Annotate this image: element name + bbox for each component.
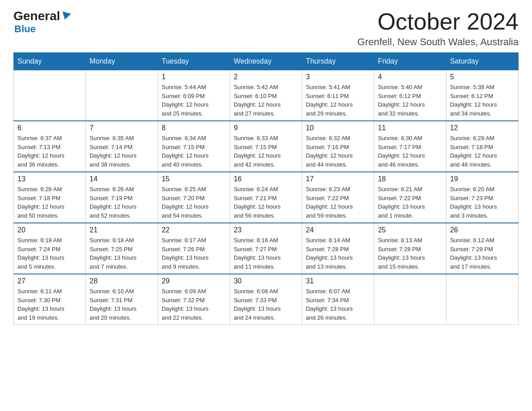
- calendar-header-monday: Monday: [86, 53, 158, 70]
- day-info: Sunrise: 6:33 AM Sunset: 7:15 PM Dayligh…: [234, 134, 298, 169]
- day-number: 19: [450, 175, 515, 183]
- calendar-cell: 10Sunrise: 6:32 AM Sunset: 7:16 PM Dayli…: [302, 121, 374, 172]
- calendar-week-4: 20Sunrise: 6:19 AM Sunset: 7:24 PM Dayli…: [14, 223, 519, 274]
- day-info: Sunrise: 5:42 AM Sunset: 6:10 PM Dayligh…: [234, 83, 298, 118]
- logo-area: General Blue: [13, 9, 70, 35]
- day-number: 16: [234, 175, 298, 183]
- calendar-cell: 20Sunrise: 6:19 AM Sunset: 7:24 PM Dayli…: [14, 223, 86, 274]
- day-number: 2: [234, 73, 298, 81]
- day-info: Sunrise: 5:40 AM Sunset: 6:12 PM Dayligh…: [378, 83, 442, 118]
- calendar-week-5: 27Sunrise: 6:11 AM Sunset: 7:30 PM Dayli…: [14, 274, 519, 325]
- day-info: Sunrise: 6:37 AM Sunset: 7:13 PM Dayligh…: [17, 134, 82, 169]
- day-info: Sunrise: 6:29 AM Sunset: 7:18 PM Dayligh…: [450, 134, 515, 169]
- calendar-cell: 16Sunrise: 6:24 AM Sunset: 7:21 PM Dayli…: [230, 172, 302, 223]
- logo-blue-text: Blue: [14, 23, 36, 35]
- calendar-cell: 27Sunrise: 6:11 AM Sunset: 7:30 PM Dayli…: [14, 274, 86, 325]
- calendar-week-3: 13Sunrise: 6:28 AM Sunset: 7:18 PM Dayli…: [14, 172, 519, 223]
- calendar-cell: 28Sunrise: 6:10 AM Sunset: 7:31 PM Dayli…: [86, 274, 158, 325]
- calendar-cell: 25Sunrise: 6:13 AM Sunset: 7:28 PM Dayli…: [374, 223, 446, 274]
- calendar-cell: 18Sunrise: 6:21 AM Sunset: 7:22 PM Dayli…: [374, 172, 446, 223]
- day-number: 20: [17, 226, 82, 234]
- day-number: 31: [306, 277, 370, 285]
- calendar-header-tuesday: Tuesday: [158, 53, 230, 70]
- calendar-cell: 6Sunrise: 6:37 AM Sunset: 7:13 PM Daylig…: [14, 121, 86, 172]
- day-number: 3: [306, 73, 370, 81]
- day-number: 25: [378, 226, 442, 234]
- day-info: Sunrise: 6:14 AM Sunset: 7:28 PM Dayligh…: [306, 236, 370, 271]
- day-number: 18: [378, 175, 442, 183]
- calendar-cell: 3Sunrise: 5:41 AM Sunset: 6:11 PM Daylig…: [302, 70, 374, 121]
- calendar-cell: [14, 70, 86, 121]
- day-number: 28: [90, 277, 154, 285]
- calendar-header-wednesday: Wednesday: [230, 53, 302, 70]
- calendar-cell: 7Sunrise: 6:35 AM Sunset: 7:14 PM Daylig…: [86, 121, 158, 172]
- calendar-header-sunday: Sunday: [14, 53, 86, 70]
- day-number: 22: [162, 226, 226, 234]
- calendar-cell: 29Sunrise: 6:09 AM Sunset: 7:32 PM Dayli…: [158, 274, 230, 325]
- calendar-cell: 13Sunrise: 6:28 AM Sunset: 7:18 PM Dayli…: [14, 172, 86, 223]
- day-info: Sunrise: 6:16 AM Sunset: 7:27 PM Dayligh…: [234, 236, 298, 271]
- calendar-cell: 21Sunrise: 6:18 AM Sunset: 7:25 PM Dayli…: [86, 223, 158, 274]
- logo: General: [13, 9, 70, 23]
- calendar-header-row: SundayMondayTuesdayWednesdayThursdayFrid…: [14, 53, 519, 70]
- day-number: 13: [17, 175, 82, 183]
- day-number: 29: [162, 277, 226, 285]
- logo-arrow-icon: [61, 12, 71, 21]
- calendar-table: SundayMondayTuesdayWednesdayThursdayFrid…: [13, 52, 519, 325]
- day-info: Sunrise: 6:24 AM Sunset: 7:21 PM Dayligh…: [234, 185, 298, 220]
- day-number: 4: [378, 73, 442, 81]
- calendar-cell: 22Sunrise: 6:17 AM Sunset: 7:26 PM Dayli…: [158, 223, 230, 274]
- logo-general-text: General: [13, 9, 60, 23]
- location-subtitle: Grenfell, New South Wales, Australia: [357, 36, 519, 48]
- calendar-cell: 17Sunrise: 6:23 AM Sunset: 7:22 PM Dayli…: [302, 172, 374, 223]
- day-number: 21: [90, 226, 154, 234]
- day-info: Sunrise: 6:28 AM Sunset: 7:18 PM Dayligh…: [17, 185, 82, 220]
- day-info: Sunrise: 6:10 AM Sunset: 7:31 PM Dayligh…: [90, 287, 154, 322]
- calendar-cell: 19Sunrise: 6:20 AM Sunset: 7:23 PM Dayli…: [446, 172, 518, 223]
- day-number: 1: [162, 73, 226, 81]
- day-number: 5: [450, 73, 515, 81]
- calendar-header-friday: Friday: [374, 53, 446, 70]
- day-info: Sunrise: 6:23 AM Sunset: 7:22 PM Dayligh…: [306, 185, 370, 220]
- day-number: 15: [162, 175, 226, 183]
- calendar-cell: 24Sunrise: 6:14 AM Sunset: 7:28 PM Dayli…: [302, 223, 374, 274]
- day-number: 8: [162, 124, 226, 132]
- day-info: Sunrise: 6:17 AM Sunset: 7:26 PM Dayligh…: [162, 236, 226, 271]
- day-number: 17: [306, 175, 370, 183]
- calendar-week-1: 1Sunrise: 5:44 AM Sunset: 6:09 PM Daylig…: [14, 70, 519, 121]
- day-info: Sunrise: 6:11 AM Sunset: 7:30 PM Dayligh…: [17, 287, 82, 322]
- day-info: Sunrise: 6:32 AM Sunset: 7:16 PM Dayligh…: [306, 134, 370, 169]
- day-number: 27: [17, 277, 82, 285]
- day-number: 26: [450, 226, 515, 234]
- calendar-cell: 30Sunrise: 6:08 AM Sunset: 7:33 PM Dayli…: [230, 274, 302, 325]
- day-info: Sunrise: 6:19 AM Sunset: 7:24 PM Dayligh…: [17, 236, 82, 271]
- day-info: Sunrise: 6:34 AM Sunset: 7:15 PM Dayligh…: [162, 134, 226, 169]
- day-info: Sunrise: 6:08 AM Sunset: 7:33 PM Dayligh…: [234, 287, 298, 322]
- calendar-cell: 1Sunrise: 5:44 AM Sunset: 6:09 PM Daylig…: [158, 70, 230, 121]
- page-header: General Blue October 2024 Grenfell, New …: [13, 9, 519, 48]
- calendar-cell: 23Sunrise: 6:16 AM Sunset: 7:27 PM Dayli…: [230, 223, 302, 274]
- calendar-cell: 12Sunrise: 6:29 AM Sunset: 7:18 PM Dayli…: [446, 121, 518, 172]
- day-info: Sunrise: 6:25 AM Sunset: 7:20 PM Dayligh…: [162, 185, 226, 220]
- day-number: 23: [234, 226, 298, 234]
- day-number: 10: [306, 124, 370, 132]
- day-info: Sunrise: 6:35 AM Sunset: 7:14 PM Dayligh…: [90, 134, 154, 169]
- day-number: 6: [17, 124, 82, 132]
- day-number: 7: [90, 124, 154, 132]
- calendar-header-thursday: Thursday: [302, 53, 374, 70]
- calendar-cell: 5Sunrise: 5:38 AM Sunset: 6:12 PM Daylig…: [446, 70, 518, 121]
- calendar-cell: [374, 274, 446, 325]
- calendar-week-2: 6Sunrise: 6:37 AM Sunset: 7:13 PM Daylig…: [14, 121, 519, 172]
- day-info: Sunrise: 6:07 AM Sunset: 7:34 PM Dayligh…: [306, 287, 370, 322]
- day-info: Sunrise: 6:13 AM Sunset: 7:28 PM Dayligh…: [378, 236, 442, 271]
- day-info: Sunrise: 6:20 AM Sunset: 7:23 PM Dayligh…: [450, 185, 515, 220]
- calendar-header-saturday: Saturday: [446, 53, 518, 70]
- day-info: Sunrise: 6:21 AM Sunset: 7:22 PM Dayligh…: [378, 185, 442, 220]
- calendar-cell: 26Sunrise: 6:12 AM Sunset: 7:29 PM Dayli…: [446, 223, 518, 274]
- day-number: 9: [234, 124, 298, 132]
- day-number: 12: [450, 124, 515, 132]
- day-info: Sunrise: 5:38 AM Sunset: 6:12 PM Dayligh…: [450, 83, 515, 118]
- calendar-cell: 2Sunrise: 5:42 AM Sunset: 6:10 PM Daylig…: [230, 70, 302, 121]
- calendar-cell: 31Sunrise: 6:07 AM Sunset: 7:34 PM Dayli…: [302, 274, 374, 325]
- day-info: Sunrise: 5:44 AM Sunset: 6:09 PM Dayligh…: [162, 83, 226, 118]
